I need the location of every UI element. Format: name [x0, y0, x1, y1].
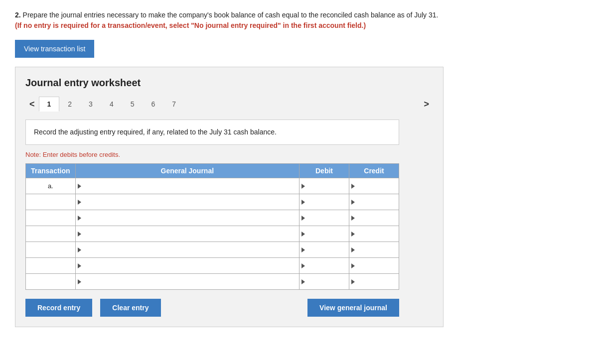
row-arrow-icon-6	[78, 279, 81, 284]
general-journal-cell-0[interactable]	[75, 178, 299, 194]
credit-arrow-icon-5	[351, 263, 355, 268]
debit-input-2[interactable]	[307, 212, 349, 224]
tab-7[interactable]: 7	[163, 97, 184, 112]
debit-input-1[interactable]	[307, 196, 349, 208]
credit-input-1[interactable]	[357, 196, 399, 208]
table-row	[26, 242, 399, 258]
credit-cell-6[interactable]	[349, 274, 399, 290]
general-journal-cell-3[interactable]	[75, 226, 299, 242]
debit-cell-5[interactable]	[299, 258, 349, 274]
debit-cell-3[interactable]	[299, 226, 349, 242]
general-journal-input-6[interactable]	[83, 276, 299, 287]
debit-arrow-icon-6	[301, 279, 305, 284]
table-row	[26, 226, 399, 242]
credit-input-0[interactable]	[357, 180, 399, 192]
credit-cell-1[interactable]	[349, 194, 399, 210]
transaction-cell-4	[26, 242, 76, 258]
general-journal-cell-6[interactable]	[75, 274, 299, 290]
general-journal-cell-5[interactable]	[75, 258, 299, 274]
tab-4[interactable]: 4	[101, 97, 122, 112]
credit-input-2[interactable]	[357, 212, 399, 224]
general-journal-input-0[interactable]	[83, 180, 299, 192]
record-entry-button[interactable]: Record entry	[25, 299, 92, 317]
credit-arrow-icon-3	[351, 232, 355, 237]
credit-cell-4[interactable]	[349, 242, 399, 258]
debit-arrow-icon-2	[301, 216, 305, 221]
credit-arrow-icon-4	[351, 247, 355, 252]
credit-input-4[interactable]	[357, 244, 399, 255]
tab-next-arrow[interactable]: >	[420, 97, 433, 112]
row-arrow-icon-2	[78, 216, 81, 221]
credit-input-3[interactable]	[357, 228, 399, 240]
row-arrow-icon-4	[78, 247, 81, 252]
tab-navigation: < 1 2 3 4 5 6 7 >	[25, 97, 433, 112]
general-journal-input-4[interactable]	[83, 244, 299, 255]
header-credit: Credit	[349, 164, 399, 178]
credit-cell-2[interactable]	[349, 210, 399, 226]
transaction-cell-3	[26, 226, 76, 242]
debit-arrow-icon-0	[301, 184, 305, 189]
credit-input-6[interactable]	[357, 276, 399, 287]
debit-arrow-icon-4	[301, 247, 305, 252]
tab-6[interactable]: 6	[143, 97, 164, 112]
debit-cell-0[interactable]	[299, 178, 349, 194]
row-arrow-icon-1	[78, 200, 81, 205]
general-journal-input-3[interactable]	[83, 228, 299, 240]
debit-arrow-icon-1	[301, 200, 305, 205]
main-question-text: Prepare the journal entries necessary to…	[23, 11, 439, 19]
worksheet-title: Journal entry worksheet	[25, 77, 433, 89]
general-journal-input-2[interactable]	[83, 212, 299, 224]
table-row	[26, 210, 399, 226]
view-transaction-list-button[interactable]: View transaction list	[15, 40, 94, 58]
table-row	[26, 194, 399, 210]
general-journal-input-5[interactable]	[83, 260, 299, 271]
journal-entry-worksheet: Journal entry worksheet < 1 2 3 4 5 6 7 …	[15, 67, 444, 327]
journal-table: Transaction General Journal Debit Credit…	[25, 163, 399, 290]
tab-5[interactable]: 5	[122, 97, 143, 112]
general-journal-input-1[interactable]	[83, 196, 299, 208]
table-row: a.	[26, 178, 399, 194]
description-box: Record the adjusting entry required, if …	[25, 120, 399, 145]
tab-prev-arrow[interactable]: <	[25, 97, 39, 112]
header-general-journal: General Journal	[75, 164, 299, 178]
tab-3[interactable]: 3	[80, 97, 101, 112]
general-journal-cell-4[interactable]	[75, 242, 299, 258]
general-journal-cell-1[interactable]	[75, 194, 299, 210]
transaction-cell-1	[26, 194, 76, 210]
debit-input-0[interactable]	[307, 180, 349, 192]
clear-entry-button[interactable]: Clear entry	[100, 299, 160, 317]
credit-cell-5[interactable]	[349, 258, 399, 274]
credit-cell-0[interactable]	[349, 178, 399, 194]
description-text: Record the adjusting entry required, if …	[34, 128, 277, 136]
general-journal-cell-2[interactable]	[75, 210, 299, 226]
bottom-buttons: Record entry Clear entry View general jo…	[25, 299, 399, 317]
credit-cell-3[interactable]	[349, 226, 399, 242]
debit-arrow-icon-3	[301, 232, 305, 237]
debit-cell-6[interactable]	[299, 274, 349, 290]
transaction-cell-0: a.	[26, 178, 76, 194]
debit-arrow-icon-5	[301, 263, 305, 268]
tab-2[interactable]: 2	[59, 97, 80, 112]
table-row	[26, 274, 399, 290]
row-arrow-icon-5	[78, 263, 81, 268]
credit-arrow-icon-1	[351, 200, 355, 205]
header-debit: Debit	[299, 164, 349, 178]
debit-input-3[interactable]	[307, 228, 349, 240]
view-general-journal-button[interactable]: View general journal	[307, 299, 399, 317]
debit-cell-4[interactable]	[299, 242, 349, 258]
credit-input-5[interactable]	[357, 260, 399, 271]
transaction-cell-6	[26, 274, 76, 290]
credit-arrow-icon-6	[351, 279, 355, 284]
header-transaction: Transaction	[26, 164, 76, 178]
credit-arrow-icon-2	[351, 216, 355, 221]
tab-1[interactable]: 1	[39, 97, 60, 112]
debit-cell-2[interactable]	[299, 210, 349, 226]
note-text: Note: Enter debits before credits.	[25, 151, 433, 158]
transaction-cell-2	[26, 210, 76, 226]
debit-input-5[interactable]	[307, 260, 349, 271]
table-row	[26, 258, 399, 274]
debit-cell-1[interactable]	[299, 194, 349, 210]
debit-input-6[interactable]	[307, 276, 349, 287]
debit-input-4[interactable]	[307, 244, 349, 255]
transaction-cell-5	[26, 258, 76, 274]
